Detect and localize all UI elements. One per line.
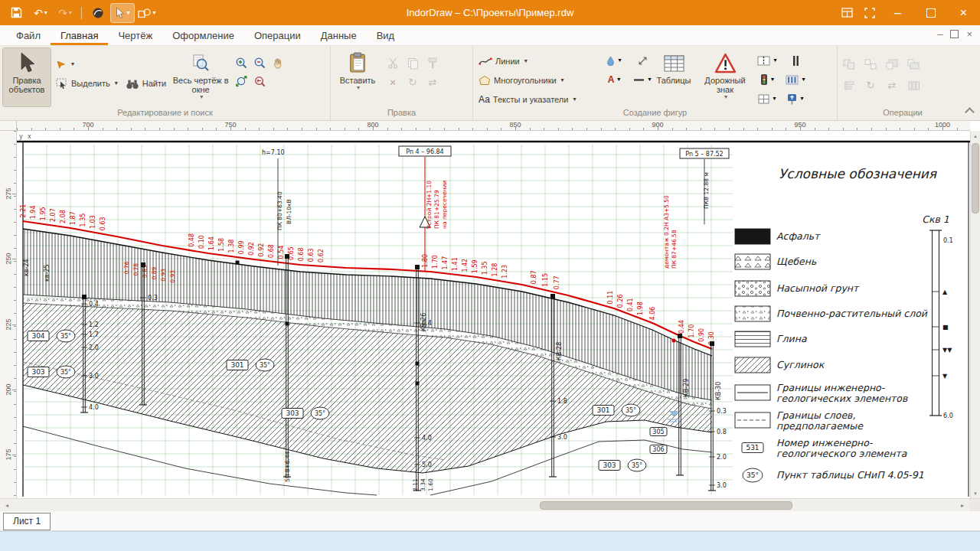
minimize-button[interactable]: –	[881, 0, 914, 25]
zoom-selection-button[interactable]	[233, 73, 250, 90]
tab-data[interactable]: Данные	[311, 25, 367, 45]
road-marking-button[interactable]: ▾	[753, 51, 781, 70]
zoom-out-button[interactable]	[251, 55, 268, 71]
find-button[interactable]: Найти	[123, 75, 168, 92]
paste-button[interactable]: Вставить ▾	[334, 48, 381, 106]
lines-button[interactable]: Линии ▾	[476, 53, 597, 70]
svg-text:1.70: 1.70	[688, 324, 695, 338]
scroll-down-button[interactable]: ▾	[971, 488, 980, 498]
format-painter-button[interactable]	[424, 55, 441, 71]
delete-button[interactable]: ×	[384, 74, 401, 90]
crosswalk-button[interactable]: ▾	[782, 70, 809, 89]
tab-operations[interactable]: Операции	[244, 25, 311, 45]
group-button[interactable]	[841, 56, 858, 72]
texts-button[interactable]: Аа Тексты и указатели ▾	[476, 91, 597, 108]
ruler-v-label: 200	[5, 382, 12, 397]
delete-icon: ×	[390, 77, 396, 87]
ruler-horizontal[interactable]: 7007508008509009501000	[17, 121, 970, 131]
svg-text:0.26: 0.26	[617, 294, 624, 308]
ruler-tick	[430, 128, 430, 130]
svg-text:1.7: 1.7	[89, 331, 99, 338]
layout-button[interactable]	[835, 4, 858, 22]
svg-text:1.28: 1.28	[492, 263, 498, 277]
tab-home[interactable]: Главная	[51, 25, 108, 45]
shapes-tool-button[interactable]: ▾	[136, 4, 158, 22]
orange-pointer-icon	[56, 60, 67, 69]
mirror-button[interactable]: ⇄	[424, 74, 441, 90]
polygons-button[interactable]: Многоугольники ▾	[476, 72, 597, 89]
select-label: Выделить	[71, 79, 110, 88]
svg-text:305: 305	[652, 429, 664, 435]
send-back-button[interactable]	[905, 56, 922, 72]
svg-text:304: 304	[31, 332, 44, 340]
vertical-scroll-thumb[interactable]	[972, 143, 979, 214]
fullscreen-button[interactable]	[858, 4, 881, 22]
rotate-icon: ↻	[867, 80, 875, 90]
svg-text:2.08: 2.08	[60, 210, 67, 223]
rotate-button[interactable]: ↻	[404, 74, 421, 90]
pointer-tool-button[interactable]: ▾	[111, 4, 134, 22]
select-button[interactable]: Выделить ▾	[54, 75, 120, 92]
align-button[interactable]	[841, 77, 858, 93]
ruler-tick	[45, 128, 46, 130]
ruler-tick	[558, 128, 559, 130]
edit-objects-button[interactable]: Правка объектов	[3, 48, 51, 106]
scissors-icon	[387, 57, 399, 69]
legend-label: Асфальт	[776, 230, 821, 242]
svg-text:■: ■	[942, 324, 949, 331]
bring-front-button[interactable]	[884, 56, 900, 72]
arc-tool-button[interactable]	[87, 4, 109, 22]
tables-button[interactable]: Таблицы	[651, 48, 697, 106]
ribbon-tab-bar: Файл Главная Чертёж Оформление Операции …	[0, 25, 980, 46]
fill-style-button[interactable]: ▾	[600, 51, 628, 70]
vertical-scrollbar[interactable]: ▴ ▾	[970, 131, 980, 498]
scroll-up-button[interactable]: ▴	[971, 131, 980, 141]
drawing-canvas[interactable]: ух 2.211.941.952.072.081.871.351.030.630…	[17, 131, 970, 498]
pan-button[interactable]	[270, 55, 286, 71]
distribute-button[interactable]	[905, 77, 922, 93]
scroll-up-icon: ▴	[974, 133, 977, 139]
zoom-empty	[270, 73, 286, 90]
tab-styling[interactable]: Оформление	[162, 25, 244, 45]
tab-view[interactable]: Вид	[367, 25, 405, 45]
doc-close-button[interactable]: ×	[966, 28, 972, 40]
traffic-light-button[interactable]: ▾	[753, 70, 781, 89]
copy-button[interactable]	[404, 55, 421, 71]
zoom-out-icon	[253, 57, 266, 70]
redo-button[interactable]: ↷▾	[54, 4, 77, 22]
sign-post-button[interactable]: ▾	[782, 90, 809, 108]
svg-text:35°: 35°	[746, 471, 759, 479]
font-color-button[interactable]: А▾	[600, 70, 628, 89]
cut-button[interactable]	[384, 55, 401, 71]
zoom-previous-button[interactable]	[251, 73, 268, 90]
road-grid-button[interactable]: ▾	[753, 90, 781, 108]
lines-label: Линии	[495, 57, 520, 66]
zoom-in-button[interactable]	[233, 55, 250, 71]
ruler-tick	[815, 128, 815, 130]
pointer-mode-button[interactable]: ▾	[54, 56, 120, 73]
tab-drawing[interactable]: Чертёж	[108, 25, 162, 45]
close-button[interactable]: ×	[947, 0, 980, 25]
maximize-button[interactable]	[914, 0, 947, 25]
doc-restore-button[interactable]	[950, 30, 959, 38]
ruler-tick	[757, 128, 758, 130]
bring-front-icon	[886, 59, 898, 70]
rotate-object-button[interactable]: ↻	[862, 77, 879, 93]
flip-horizontal-button[interactable]: ⇄	[884, 77, 900, 93]
ruler-tick	[586, 128, 587, 130]
horizontal-scroll-thumb[interactable]	[540, 501, 792, 510]
ungroup-button[interactable]	[862, 56, 879, 72]
scroll-right-button[interactable]: ▸	[957, 500, 968, 510]
scroll-left-button[interactable]: ◂	[2, 500, 12, 510]
ruler-vertical[interactable]: 275250225200175	[0, 131, 17, 498]
doc-minimize-button[interactable]: –	[937, 28, 942, 40]
fit-to-window-button[interactable]: Весь чертёж в окне ▾	[172, 48, 230, 106]
sheet-tab-1[interactable]: Лист 1	[3, 513, 51, 530]
barrier-button[interactable]	[782, 51, 809, 70]
undo-button[interactable]: ↶▾	[29, 4, 52, 22]
save-button[interactable]	[5, 4, 28, 22]
tab-file[interactable]: Файл	[6, 25, 51, 45]
horizontal-scrollbar[interactable]: ◂ ▸	[0, 498, 980, 511]
chevron-down-icon: ▾	[773, 57, 776, 64]
road-sign-button[interactable]: Дорожный знак ▾	[700, 48, 750, 106]
